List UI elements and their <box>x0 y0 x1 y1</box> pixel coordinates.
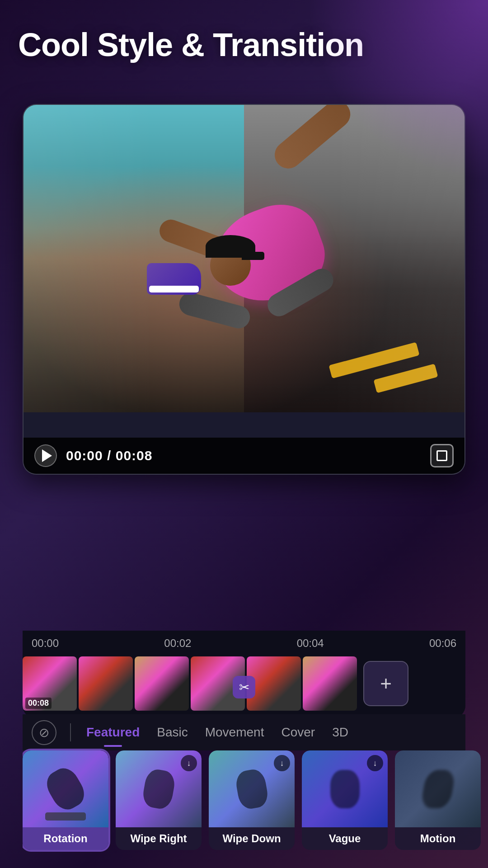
video-frame[interactable] <box>23 105 465 412</box>
thumbnail-row: 00:08 ✂ + <box>23 656 465 719</box>
thumb-item-2[interactable] <box>79 656 133 711</box>
transition-rotation[interactable]: Rotation <box>23 750 108 850</box>
video-controls-bar: 00:00 / 00:08 <box>23 438 465 474</box>
transition-wipe-right-label: Wipe Right <box>116 827 202 850</box>
video-card: 00:00 / 00:08 <box>23 104 465 475</box>
thumb-item-6[interactable] <box>303 656 357 711</box>
tab-cover[interactable]: Cover <box>279 722 317 743</box>
transition-tabs: ⊘ Featured Basic Movement Cover 3D <box>23 714 465 750</box>
no-transition-icon: ⊘ <box>39 725 49 740</box>
tab-movement[interactable]: Movement <box>203 722 266 743</box>
play-icon <box>42 449 52 462</box>
fullscreen-icon <box>436 450 447 461</box>
fullscreen-button[interactable] <box>430 444 454 467</box>
transition-rotation-label: Rotation <box>23 827 108 850</box>
transition-wipe-down[interactable]: ↓ Wipe Down <box>209 750 295 850</box>
time-marker-3: 00:06 <box>429 637 456 650</box>
time-ruler: 00:00 00:02 00:04 00:06 <box>23 631 465 656</box>
play-button[interactable] <box>34 444 57 467</box>
timeline-container: 00:00 00:02 00:04 00:06 00:08 ✂ + <box>23 631 465 719</box>
time-marker-0: 00:00 <box>32 637 59 650</box>
time-marker-1: 00:02 <box>164 637 191 650</box>
transition-grid: Rotation ↓ Wipe Right ↓ <box>23 746 488 863</box>
tab-basic[interactable]: Basic <box>155 722 189 743</box>
thumb-item-3[interactable] <box>135 656 189 711</box>
split-transition-icon[interactable]: ✂ <box>233 676 255 698</box>
header-title: Cool Style & Transition <box>18 27 470 63</box>
time-marker-2: 00:04 <box>297 637 324 650</box>
tab-3d[interactable]: 3D <box>330 722 350 743</box>
transition-vague[interactable]: ↓ Vague <box>302 750 388 850</box>
time-display: 00:00 / 00:08 <box>66 448 421 463</box>
transition-vague-label: Vague <box>302 827 388 850</box>
thumb-timestamp: 00:08 <box>25 698 52 709</box>
transition-wipe-right[interactable]: ↓ Wipe Right <box>116 750 202 850</box>
tab-featured[interactable]: Featured <box>84 722 141 743</box>
transition-wipe-down-label: Wipe Down <box>209 827 295 850</box>
transition-motion[interactable]: Motion <box>395 750 481 850</box>
transition-motion-label: Motion <box>395 827 481 850</box>
no-transition-button[interactable]: ⊘ <box>32 720 56 745</box>
thumb-item-1[interactable]: 00:08 <box>23 656 77 711</box>
add-clip-button[interactable]: + <box>363 661 408 706</box>
tab-divider <box>70 723 71 741</box>
